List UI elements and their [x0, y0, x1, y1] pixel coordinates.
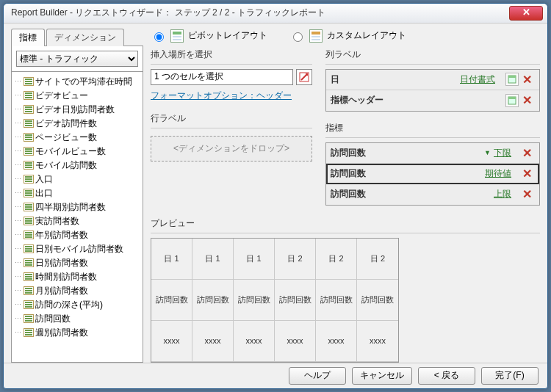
metric-option-link[interactable]: 上限 [494, 188, 511, 200]
tree-item-label: 訪問の深さ(平均) [35, 299, 103, 311]
radio-custom-layout[interactable] [293, 32, 303, 42]
preview-cell: xxxx [357, 321, 398, 362]
metric-row[interactable]: 訪問回数期待値✕ [326, 164, 539, 184]
tree-expand-icon: ⋯ [15, 245, 24, 253]
rowlabel-group-label: 行ラベル [151, 112, 312, 125]
tree-item-label: 出口 [35, 187, 53, 200]
tree-item[interactable]: ⋯四半期別訪問者数 [13, 200, 141, 214]
collabel-options-icon[interactable] [505, 94, 519, 107]
metric-option-link[interactable]: 下限 [494, 147, 511, 159]
preview-cell: xxxx [316, 321, 357, 362]
metric-option-link[interactable]: 期待値 [485, 167, 511, 180]
format-options-link[interactable]: フォーマットオプション：ヘッダー [151, 90, 312, 102]
category-dropdown-wrap: 標準 - トラフィック [11, 46, 143, 72]
preview-cell: 訪問回数 [357, 280, 398, 321]
cancel-button[interactable]: キャンセル [352, 367, 412, 385]
tree-item-label: 入口 [35, 173, 53, 186]
collabel-delete-icon[interactable]: ✕ [519, 73, 535, 87]
metric-row[interactable]: 訪問回数▼下限✕ [326, 143, 539, 164]
svg-rect-4 [508, 97, 516, 99]
tab-dimensions[interactable]: ディメンション [46, 29, 124, 46]
tree-item[interactable]: ⋯モバイル訪問数 [13, 159, 141, 173]
preview-section: プレビュー 日 1日 1日 1日 2日 2日 2訪問回数訪問回数訪問回数訪問回数… [151, 217, 540, 363]
preview-cell: 日 1 [234, 239, 275, 280]
metric-doc-icon [24, 133, 34, 142]
window-title: Report Builder - リクエストウィザード： ステップ 2 / 2 … [11, 7, 325, 19]
tree-item[interactable]: ⋯出口 [13, 186, 141, 200]
preview-cell: 日 2 [316, 239, 357, 280]
dimension-dropzone[interactable]: <ディメンションをドロップ> [151, 136, 312, 161]
cell-picker-button[interactable] [296, 69, 312, 85]
back-button[interactable]: < 戻る [418, 367, 475, 385]
metric-delete-icon[interactable]: ✕ [519, 187, 535, 201]
tree-item[interactable]: ⋯年別訪問者数 [13, 228, 141, 242]
help-button[interactable]: ヘルプ [289, 367, 346, 385]
collabel-name: 日 [331, 73, 460, 86]
finish-button[interactable]: 完了(F) [481, 367, 539, 385]
preview-cell: 訪問回数 [151, 280, 192, 321]
preview-cell: 訪問回数 [316, 280, 357, 321]
metric-delete-icon[interactable]: ✕ [519, 146, 535, 160]
tree-item[interactable]: ⋯ビデオビュー [13, 89, 141, 103]
metrics-tree[interactable]: ⋯サイトでの平均滞在時間⋯ビデオビュー⋯ビデオ日別訪問者数⋯ビデオ訪問件数⋯ペー… [11, 72, 143, 363]
tree-item[interactable]: ⋯ページビュー数 [13, 131, 141, 145]
preview-table: 日 1日 1日 1日 2日 2日 2訪問回数訪問回数訪問回数訪問回数訪問回数訪問… [151, 238, 399, 363]
tree-item[interactable]: ⋯月別訪問者数 [13, 284, 141, 298]
metric-doc-icon [24, 203, 34, 211]
collabel-row-date[interactable]: 日 日付書式 ✕ [326, 70, 539, 90]
custom-layout-label: カスタムレイアウト [327, 29, 406, 42]
tree-item-label: 日別訪問者数 [35, 257, 88, 269]
collabel-row-metric-header[interactable]: 指標ヘッダー ✕ [326, 90, 539, 111]
metric-doc-icon [24, 175, 34, 184]
tree-expand-icon: ⋯ [15, 259, 24, 266]
radio-pivot-layout[interactable] [154, 32, 164, 42]
dialog-window: Report Builder - リクエストウィザード： ステップ 2 / 2 … [3, 3, 548, 389]
tree-item[interactable]: ⋯ビデオ訪問件数 [13, 117, 141, 131]
metric-delete-icon[interactable]: ✕ [519, 167, 535, 181]
metrics-box: 訪問回数▼下限✕訪問回数期待値✕訪問回数上限✕ [325, 142, 540, 206]
tree-item[interactable]: ⋯ビデオ日別訪問者数 [13, 103, 141, 117]
tree-expand-icon: ⋯ [15, 315, 24, 322]
collabel-delete-icon[interactable]: ✕ [519, 93, 535, 107]
tree-item-label: ページビュー数 [35, 131, 97, 144]
tree-expand-icon: ⋯ [15, 273, 24, 280]
tree-expand-icon: ⋯ [15, 203, 24, 211]
metric-name: 訪問回数 [331, 167, 485, 180]
category-dropdown[interactable]: 標準 - トラフィック [16, 51, 138, 67]
tree-item-label: 実訪問者数 [35, 215, 79, 228]
preview-group-label: プレビュー [151, 217, 540, 230]
tree-item[interactable]: ⋯実訪問者数 [13, 214, 141, 228]
tree-expand-icon: ⋯ [15, 161, 24, 169]
tree-item[interactable]: ⋯入口 [13, 173, 141, 186]
metric-doc-icon [24, 300, 34, 309]
tree-item[interactable]: ⋯訪問の深さ(平均) [13, 298, 141, 312]
pivot-layout-icon [170, 29, 184, 43]
tree-expand-icon: ⋯ [15, 231, 24, 239]
metric-doc-icon [24, 286, 34, 295]
metric-doc-icon [24, 161, 34, 170]
collabel-options-icon[interactable] [505, 73, 519, 86]
preview-cell: xxxx [275, 321, 316, 362]
tree-item[interactable]: ⋯週別訪問者数 [13, 326, 141, 340]
tree-item[interactable]: ⋯時間別訪問者数 [13, 270, 141, 284]
tree-item[interactable]: ⋯訪問回数 [13, 312, 141, 326]
preview-cell: 訪問回数 [234, 280, 275, 321]
tree-item-label: 日別モバイル訪問者数 [35, 243, 123, 255]
window-close-button[interactable]: ✕ [509, 6, 543, 21]
metric-doc-icon [24, 119, 34, 128]
insert-cell-input[interactable] [151, 69, 293, 85]
tree-item[interactable]: ⋯日別訪問者数 [13, 256, 141, 270]
tree-item[interactable]: ⋯サイトでの平均滞在時間 [13, 75, 141, 89]
preview-cell: xxxx [151, 321, 192, 362]
preview-cell: xxxx [192, 321, 234, 362]
tree-item-label: サイトでの平均滞在時間 [35, 76, 132, 88]
tree-item[interactable]: ⋯日別モバイル訪問者数 [13, 242, 141, 256]
dropdown-triangle-icon[interactable]: ▼ [484, 149, 491, 156]
tree-item[interactable]: ⋯モバイルビュー数 [13, 145, 141, 159]
date-format-link[interactable]: 日付書式 [460, 73, 495, 86]
metric-row[interactable]: 訪問回数上限✕ [326, 184, 539, 205]
dialog-body: 指標 ディメンション 標準 - トラフィック ⋯サイトでの平均滞在時間⋯ビデオビ… [4, 23, 547, 363]
preview-cell: xxxx [234, 321, 275, 362]
tab-metrics[interactable]: 指標 [11, 29, 45, 46]
tree-expand-icon: ⋯ [15, 189, 24, 197]
